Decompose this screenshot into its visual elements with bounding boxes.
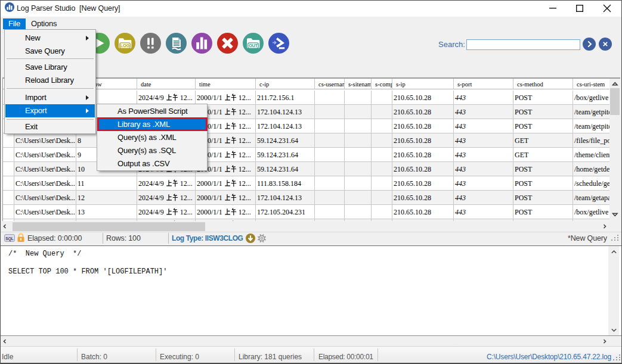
svg-text:OUT: OUT: [249, 43, 258, 48]
svg-text:SQL: SQL: [5, 237, 13, 241]
svg-text:LOG: LOG: [120, 43, 130, 48]
